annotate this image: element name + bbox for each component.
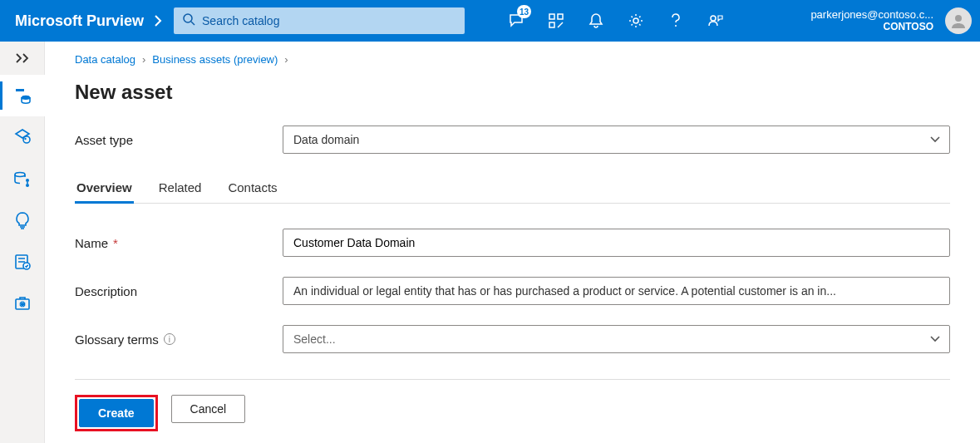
nav-insights[interactable] xyxy=(0,199,45,241)
tab-bar: Overview Related Contacts xyxy=(75,175,950,204)
page-title: New asset xyxy=(75,81,950,104)
glossary-label: Glossary terms i xyxy=(75,332,283,347)
bell-icon[interactable] xyxy=(576,0,616,42)
crumb-data-catalog[interactable]: Data catalog xyxy=(75,53,135,66)
feedback-icon[interactable] xyxy=(696,0,736,42)
nav-policy[interactable] xyxy=(0,241,45,283)
chat-icon[interactable]: 13 xyxy=(496,0,536,42)
create-button[interactable]: Create xyxy=(79,399,154,427)
glossary-placeholder: Select... xyxy=(293,332,336,346)
nav-management[interactable] xyxy=(0,283,45,324)
name-input[interactable] xyxy=(293,236,923,249)
gear-icon[interactable] xyxy=(616,0,656,42)
name-input-wrap xyxy=(283,229,950,257)
header-icons: 13 xyxy=(496,0,736,42)
brand-chevron-icon[interactable] xyxy=(154,15,174,27)
tab-related[interactable]: Related xyxy=(157,175,204,203)
svg-point-12 xyxy=(15,173,25,177)
asset-type-label: Asset type xyxy=(75,133,283,147)
info-icon[interactable]: i xyxy=(164,333,175,345)
annotation-highlight: Create xyxy=(75,395,158,431)
nav-map[interactable] xyxy=(0,116,45,158)
nav-sources[interactable] xyxy=(0,158,45,199)
brand-title[interactable]: Microsoft Purview xyxy=(0,12,154,30)
svg-line-1 xyxy=(191,22,195,25)
grid-icon[interactable] xyxy=(536,0,576,42)
nav-expand-icon[interactable] xyxy=(0,42,44,75)
description-input[interactable]: An individual or legal entity that has o… xyxy=(293,284,836,298)
account-tenant: CONTOSO xyxy=(884,22,933,33)
svg-point-11 xyxy=(24,138,26,140)
required-indicator: * xyxy=(113,236,118,250)
svg-rect-4 xyxy=(549,22,554,27)
form-footer: Create Cancel xyxy=(75,379,950,431)
chevron-right-icon: › xyxy=(284,53,288,66)
crumb-business-assets[interactable]: Business assets (preview) xyxy=(152,53,278,66)
svg-point-6 xyxy=(675,25,677,27)
main-content: Data catalog › Business assets (preview)… xyxy=(45,42,980,443)
cancel-button[interactable]: Cancel xyxy=(171,395,246,423)
chevron-down-icon xyxy=(929,133,941,146)
svg-point-8 xyxy=(955,15,962,22)
glossary-select[interactable]: Select... xyxy=(283,325,950,353)
avatar[interactable] xyxy=(945,7,972,34)
search-input[interactable] xyxy=(202,14,456,27)
description-input-wrap: An individual or legal entity that has o… xyxy=(283,277,950,305)
description-label: Description xyxy=(75,284,283,298)
svg-rect-2 xyxy=(549,14,554,19)
app-header: Microsoft Purview 13 parkerjones@cont xyxy=(0,0,980,42)
account-email: parkerjones@contoso.c... xyxy=(810,9,933,22)
tab-overview[interactable]: Overview xyxy=(75,175,134,203)
account-block[interactable]: parkerjones@contoso.c... CONTOSO xyxy=(810,9,937,33)
svg-point-7 xyxy=(711,16,716,21)
asset-type-value: Data domain xyxy=(293,133,359,146)
svg-point-14 xyxy=(26,184,29,187)
svg-point-0 xyxy=(184,14,192,22)
svg-point-13 xyxy=(26,179,29,182)
help-icon[interactable] xyxy=(656,0,696,42)
svg-point-5 xyxy=(633,18,638,23)
left-nav xyxy=(0,42,45,443)
tab-contacts[interactable]: Contacts xyxy=(226,175,278,203)
search-box[interactable] xyxy=(174,7,465,34)
chevron-down-icon xyxy=(929,332,941,346)
breadcrumb: Data catalog › Business assets (preview)… xyxy=(75,53,950,66)
chevron-right-icon: › xyxy=(142,53,145,66)
svg-point-10 xyxy=(23,136,30,143)
search-icon xyxy=(182,12,195,29)
name-label: Name* xyxy=(75,236,283,250)
chat-badge: 13 xyxy=(517,5,531,18)
nav-catalog[interactable] xyxy=(0,75,45,116)
svg-rect-3 xyxy=(558,14,563,19)
asset-type-select[interactable]: Data domain xyxy=(283,126,950,154)
